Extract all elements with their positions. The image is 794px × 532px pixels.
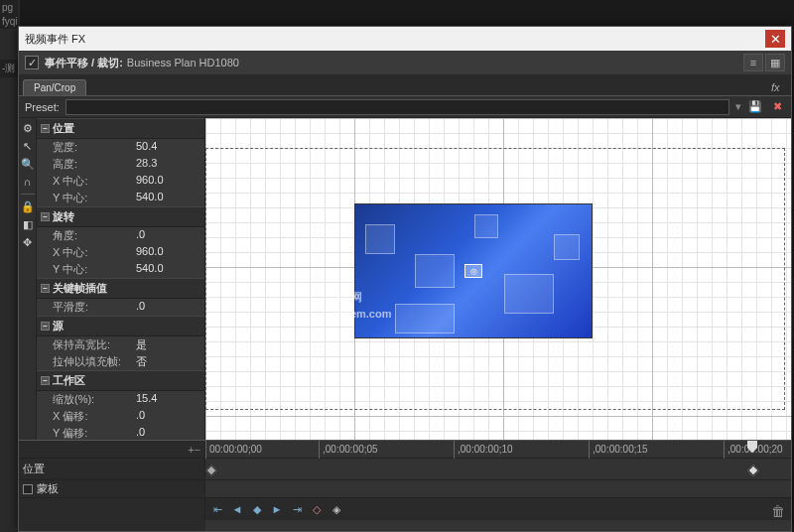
- fx-chain-bar: ✓ 事件平移 / 裁切: Business Plan HD1080 ≡ ▦: [19, 51, 791, 74]
- timeline-ruler[interactable]: + − 00:00:00;00 ,00:00:00;05 ,00:00:00;1…: [19, 441, 791, 459]
- prop-keep-aspect[interactable]: 保持高宽比:是: [37, 336, 204, 353]
- prop-width[interactable]: 宽度:50.4: [37, 139, 204, 156]
- section-workspace[interactable]: −工作区: [37, 370, 204, 391]
- keyframe-icon[interactable]: [747, 466, 758, 476]
- video-event-fx-dialog: 视频事件 FX ✕ ✓ 事件平移 / 裁切: Business Plan HD1…: [18, 26, 792, 532]
- prop-height[interactable]: 高度:28.3: [37, 156, 204, 173]
- prop-rot-y[interactable]: Y 中心:540.0: [37, 261, 204, 278]
- section-source[interactable]: −源: [37, 316, 204, 336]
- snap-icon[interactable]: ∩: [20, 174, 36, 190]
- prop-y-offset[interactable]: Y 偏移:.0: [37, 425, 204, 440]
- preset-select[interactable]: [66, 99, 729, 115]
- list-view-icon[interactable]: ≡: [743, 54, 763, 71]
- bg-file: fyqi: [0, 14, 18, 29]
- trash-icon[interactable]: 🗑: [771, 503, 785, 519]
- bg-file: pg: [0, 0, 18, 15]
- ruler-ticks[interactable]: 00:00:00;00 ,00:00:00;05 ,00:00:00;10 ,0…: [205, 441, 791, 458]
- fx-chain-icon[interactable]: fx: [771, 81, 787, 95]
- preset-label: Preset:: [25, 101, 60, 113]
- keyframe-icon[interactable]: [205, 466, 216, 476]
- video-preview[interactable]: ◎: [354, 203, 593, 338]
- prop-x-center[interactable]: X 中心:960.0: [37, 173, 204, 190]
- prop-stretch-fill[interactable]: 拉伸以填充帧:否: [37, 353, 204, 370]
- pan-crop-canvas[interactable]: ◎ X / 网ystem.com: [205, 118, 791, 440]
- prop-smoothness[interactable]: 平滑度:.0: [37, 299, 204, 316]
- sync-cursor-icon[interactable]: ◈: [329, 501, 344, 517]
- prop-y-center[interactable]: Y 中心:540.0: [37, 190, 204, 206]
- section-rotation[interactable]: −旋转: [37, 206, 204, 227]
- prop-x-offset[interactable]: X 偏移:.0: [37, 408, 204, 425]
- background-app: [0, 0, 20, 532]
- fx-bypass-checkbox[interactable]: ✓: [25, 56, 39, 69]
- center-handle-icon[interactable]: ◎: [464, 264, 482, 278]
- settings-icon[interactable]: ⚙: [20, 120, 36, 136]
- main-area: ⚙ ↖ 🔍 ∩ 🔒 ◧ ✥ −位置 宽度:50.4 高度:28.3 X 中心:9…: [19, 118, 791, 440]
- track-header-position[interactable]: 位置: [19, 459, 205, 479]
- section-keyframe[interactable]: −关键帧插值: [37, 278, 204, 299]
- tab-bar: Pan/Crop fx: [19, 74, 791, 96]
- clip-name: Business Plan HD1080: [127, 57, 239, 68]
- bg-file: -测: [0, 60, 18, 77]
- magnify-tool-icon[interactable]: 🔍: [20, 156, 36, 172]
- prop-angle[interactable]: 角度:.0: [37, 227, 204, 244]
- track-header-mask[interactable]: 蒙板: [19, 480, 205, 497]
- window-title: 视频事件 FX: [25, 32, 765, 47]
- track-body[interactable]: [205, 480, 791, 497]
- close-button[interactable]: ✕: [765, 30, 785, 48]
- tick: ,00:00:00;10: [454, 441, 513, 461]
- first-keyframe-icon[interactable]: ⇤: [209, 501, 225, 517]
- prev-keyframe-icon[interactable]: ◄: [229, 501, 245, 517]
- track-position: 位置: [19, 459, 791, 480]
- titlebar[interactable]: 视频事件 FX ✕: [19, 27, 791, 51]
- lock-aspect-icon[interactable]: 🔒: [20, 199, 36, 214]
- tick: ,00:00:00;15: [589, 441, 648, 461]
- delete-preset-icon[interactable]: ✖: [769, 99, 785, 115]
- tick: 00:00:00;00: [205, 441, 262, 461]
- grid-view-icon[interactable]: ▦: [765, 54, 785, 71]
- zoom-out-icon[interactable]: −: [195, 444, 200, 456]
- fx-name: 事件平移 / 裁切:: [45, 56, 123, 70]
- save-preset-icon[interactable]: 💾: [747, 99, 763, 115]
- prop-zoom[interactable]: 缩放(%):15.4: [37, 391, 204, 408]
- track-mask: 蒙板: [19, 480, 791, 498]
- separator: [21, 194, 35, 195]
- next-keyframe-icon[interactable]: ►: [269, 501, 285, 517]
- track-body[interactable]: [205, 459, 791, 479]
- tool-strip: ⚙ ↖ 🔍 ∩ 🔒 ◧ ✥: [19, 118, 37, 440]
- tick: ,00:00:00;05: [319, 441, 378, 461]
- move-freely-icon[interactable]: ✥: [20, 234, 36, 250]
- pointer-tool-icon[interactable]: ↖: [20, 138, 36, 154]
- size-about-center-icon[interactable]: ◧: [20, 216, 36, 232]
- section-position[interactable]: −位置: [37, 118, 204, 139]
- prop-rot-x[interactable]: X 中心:960.0: [37, 244, 204, 261]
- add-keyframe-icon[interactable]: ◆: [249, 501, 265, 517]
- last-keyframe-icon[interactable]: ⇥: [289, 501, 305, 517]
- properties-panel: −位置 宽度:50.4 高度:28.3 X 中心:960.0 Y 中心:540.…: [37, 118, 205, 440]
- preset-bar: Preset: ▾ 💾 ✖: [19, 96, 791, 118]
- keyframe-timeline: + − 00:00:00;00 ,00:00:00;05 ,00:00:00;1…: [19, 440, 791, 531]
- tab-pan-crop[interactable]: Pan/Crop: [23, 79, 86, 95]
- timeline-scrollbar[interactable]: [19, 520, 791, 531]
- delete-keyframe-icon[interactable]: ◇: [309, 501, 325, 517]
- mask-checkbox[interactable]: [23, 484, 33, 494]
- timeline-controls: ⇤ ◄ ◆ ► ⇥ ◇ ◈: [19, 498, 791, 520]
